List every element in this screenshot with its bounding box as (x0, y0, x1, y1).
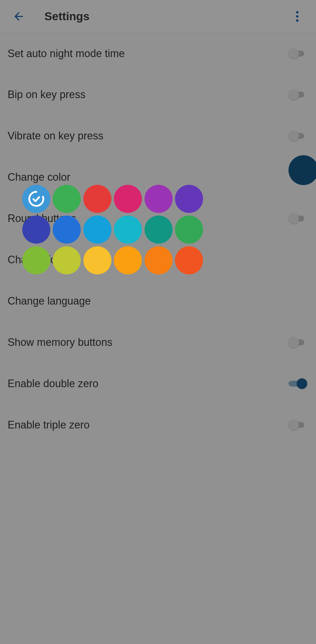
color-option-13[interactable] (53, 246, 81, 274)
color-option-14[interactable] (83, 246, 111, 274)
color-option-8[interactable] (83, 216, 111, 244)
settings-screen: Settings Set auto night mode time Bip on… (0, 0, 316, 644)
color-option-17[interactable] (175, 246, 203, 274)
color-option-7[interactable] (53, 216, 81, 244)
modal-scrim[interactable] (0, 0, 316, 644)
color-option-3[interactable] (114, 185, 142, 213)
color-option-11[interactable] (175, 216, 203, 244)
color-option-0[interactable] (22, 185, 50, 213)
color-option-5[interactable] (175, 185, 203, 213)
color-option-1[interactable] (53, 185, 81, 213)
checkmark-icon (28, 190, 45, 208)
color-option-12[interactable] (22, 246, 50, 274)
color-option-15[interactable] (114, 246, 142, 274)
color-option-2[interactable] (83, 185, 111, 213)
svg-point-3 (28, 190, 45, 208)
color-option-9[interactable] (114, 216, 142, 244)
color-option-16[interactable] (145, 246, 173, 274)
color-option-6[interactable] (22, 216, 50, 244)
color-picker-popup (22, 185, 203, 274)
color-option-4[interactable] (145, 185, 173, 213)
color-option-10[interactable] (145, 216, 173, 244)
